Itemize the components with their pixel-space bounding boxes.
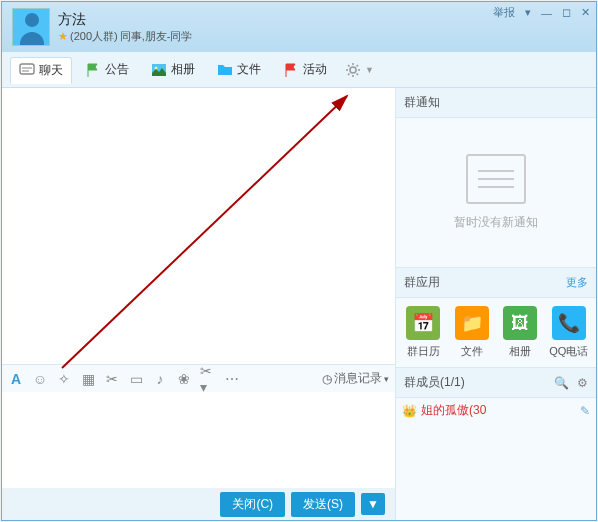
star-icon: ★ xyxy=(58,30,68,43)
empty-document-icon xyxy=(466,154,526,204)
gear-icon xyxy=(345,62,361,78)
tab-album-label: 相册 xyxy=(171,61,195,78)
tab-album[interactable]: 相册 xyxy=(142,56,204,83)
phone-icon: 📞 xyxy=(552,306,586,340)
apps-panel: 群应用 更多 📅 群日历 📁 文件 🖼 相册 xyxy=(396,268,596,368)
apps-more-link[interactable]: 更多 xyxy=(566,275,588,290)
notify-panel: 暂时没有新通知 xyxy=(396,118,596,268)
picture-icon xyxy=(151,62,167,78)
title-bar: 方法 ★ (200人群) 同事,朋友-同学 举报 ▾ — ◻ ✕ xyxy=(2,2,596,52)
app-qqcall[interactable]: 📞 QQ电话 xyxy=(546,306,592,359)
folder-icon xyxy=(217,62,233,78)
maximize-button[interactable]: ◻ xyxy=(562,6,571,19)
calendar-icon: 📅 xyxy=(406,306,440,340)
close-button[interactable]: 关闭(C) xyxy=(220,492,285,517)
dropdown-icon[interactable]: ▾ xyxy=(525,6,531,19)
edit-icon[interactable]: ✎ xyxy=(580,404,590,418)
tab-activity-label: 活动 xyxy=(303,61,327,78)
owner-crown-icon: 👑 xyxy=(402,404,417,418)
tab-notice[interactable]: 公告 xyxy=(76,56,138,83)
tab-chat-label: 聊天 xyxy=(39,62,63,79)
tab-chat[interactable]: 聊天 xyxy=(10,57,72,84)
settings-small-icon[interactable]: ⚙ xyxy=(577,376,588,390)
send-button[interactable]: 发送(S) xyxy=(291,492,355,517)
app-album-label: 相册 xyxy=(509,344,531,359)
tab-activity[interactable]: 活动 xyxy=(274,56,336,83)
send-bar: 关闭(C) 发送(S) ▼ xyxy=(2,488,395,520)
flag-icon xyxy=(85,62,101,78)
main-area: A ☺ ✧ ▦ ✂ ▭ ♪ ❀ ✂▾ ⋯ ◷ 消息记录 ▾ 关闭(C) 发送(S… xyxy=(2,88,596,520)
chevron-down-icon: ▼ xyxy=(365,65,374,75)
app-album[interactable]: 🖼 相册 xyxy=(497,306,543,359)
apps-grid: 📅 群日历 📁 文件 🖼 相册 📞 QQ电话 xyxy=(396,298,596,367)
svg-line-4 xyxy=(62,96,347,368)
window-controls: 举报 ▾ — ◻ ✕ xyxy=(493,5,590,20)
chat-icon xyxy=(19,62,35,78)
album-app-icon: 🖼 xyxy=(503,306,537,340)
tab-file[interactable]: 文件 xyxy=(208,56,270,83)
notify-header: 群通知 xyxy=(396,88,596,118)
search-icon[interactable]: 🔍 xyxy=(554,376,569,390)
minimize-button[interactable]: — xyxy=(541,7,552,19)
annotation-arrow xyxy=(12,88,392,378)
member-name: 姐的孤傲(30 xyxy=(421,402,486,419)
app-qqcall-label: QQ电话 xyxy=(549,344,588,359)
folder-app-icon: 📁 xyxy=(455,306,489,340)
group-tags: 同事,朋友-同学 xyxy=(120,29,193,44)
close-button[interactable]: ✕ xyxy=(581,6,590,19)
send-dropdown-button[interactable]: ▼ xyxy=(361,493,385,515)
app-file[interactable]: 📁 文件 xyxy=(449,306,495,359)
svg-rect-0 xyxy=(20,64,34,74)
tab-settings[interactable]: ▼ xyxy=(340,57,379,83)
members-panel: 群成员(1/1) 🔍 ⚙ 👑 姐的孤傲(30 ✎ xyxy=(396,368,596,520)
message-input[interactable] xyxy=(2,392,395,488)
app-file-label: 文件 xyxy=(461,344,483,359)
right-pane: 群通知 暂时没有新通知 群应用 更多 📅 群日历 📁 xyxy=(396,88,596,520)
activity-flag-icon xyxy=(283,62,299,78)
notify-title: 群通知 xyxy=(404,94,440,111)
members-title: 群成员(1/1) xyxy=(404,374,465,391)
members-header: 群成员(1/1) 🔍 ⚙ xyxy=(396,368,596,398)
left-pane: A ☺ ✧ ▦ ✂ ▭ ♪ ❀ ✂▾ ⋯ ◷ 消息记录 ▾ 关闭(C) 发送(S… xyxy=(2,88,396,520)
apps-title: 群应用 xyxy=(404,274,440,291)
app-calendar-label: 群日历 xyxy=(407,344,440,359)
group-subtitle: ★ (200人群) 同事,朋友-同学 xyxy=(58,29,596,44)
tab-bar: 聊天 公告 相册 文件 活动 xyxy=(2,52,596,88)
tab-notice-label: 公告 xyxy=(105,61,129,78)
notify-empty-text: 暂时没有新通知 xyxy=(454,214,538,231)
report-link[interactable]: 举报 xyxy=(493,5,515,20)
tab-file-label: 文件 xyxy=(237,61,261,78)
group-avatar[interactable] xyxy=(12,8,50,46)
app-calendar[interactable]: 📅 群日历 xyxy=(400,306,446,359)
chat-message-area xyxy=(2,88,395,364)
member-count: (200人群) xyxy=(70,29,118,44)
svg-point-3 xyxy=(350,67,356,73)
apps-header: 群应用 更多 xyxy=(396,268,596,298)
members-tools: 🔍 ⚙ xyxy=(554,376,588,390)
member-row[interactable]: 👑 姐的孤傲(30 ✎ xyxy=(396,398,596,423)
chat-window: 方法 ★ (200人群) 同事,朋友-同学 举报 ▾ — ◻ ✕ 聊天 公 xyxy=(1,1,597,521)
